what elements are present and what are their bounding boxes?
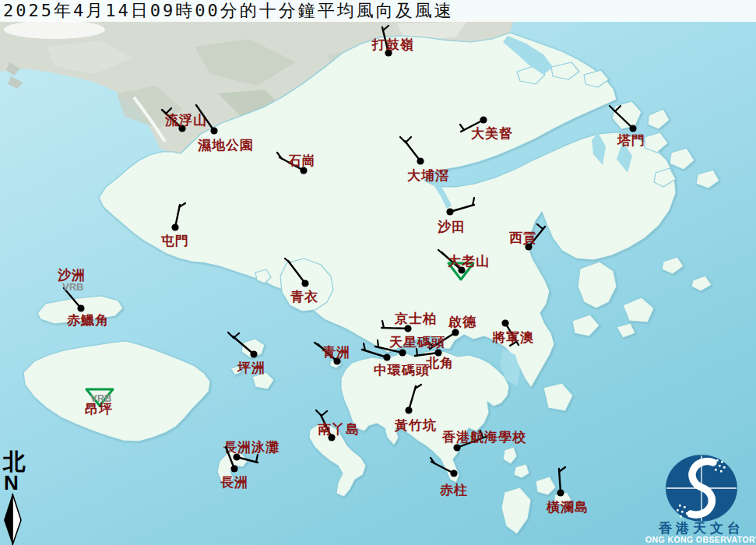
station-label: 大埔滘 xyxy=(407,168,449,183)
vrb-label: VRB xyxy=(62,281,83,293)
station-label: 長洲 xyxy=(220,475,248,490)
station-label: 沙洲 xyxy=(57,268,86,283)
wind-barb-feather xyxy=(417,349,417,356)
north-arrow: 北 N xyxy=(0,450,28,545)
station-label: 石崗 xyxy=(287,153,316,168)
station-label: 打鼓嶺 xyxy=(371,37,414,52)
wind-barb-feather xyxy=(256,455,258,462)
station-label: 西貢 xyxy=(508,230,537,245)
station-label: 香港航海學校 xyxy=(441,430,526,445)
station-label: 天星碼頭 xyxy=(389,335,445,350)
map-title: 2025年4月14日09時00分的十分鐘平均風向及風速 xyxy=(0,0,756,22)
station-label: 流浮山 xyxy=(164,113,207,128)
station-dot xyxy=(417,157,424,164)
station-ngong-ping: VRB昂坪 xyxy=(85,389,113,417)
station-label: 昂坪 xyxy=(85,402,113,417)
hko-logo: 香港天文台 HONG KONG OBSERVATORY xyxy=(645,452,756,545)
station-label: 大老山 xyxy=(448,254,490,269)
station-dot xyxy=(383,353,390,360)
station-dot xyxy=(77,304,84,311)
station-label: 北角 xyxy=(425,356,454,371)
hko-name-en: HONG KONG OBSERVATORY xyxy=(645,535,756,544)
station-label: 南丫島 xyxy=(318,422,360,437)
wind-barb-feather xyxy=(537,224,543,229)
station-dot xyxy=(452,329,459,336)
station-label: 青洲 xyxy=(322,345,350,360)
station-label: 黃竹坑 xyxy=(394,417,437,433)
station-dot xyxy=(405,406,412,413)
station-label: 啟德 xyxy=(448,315,476,329)
station-dot xyxy=(446,208,453,215)
station-dot xyxy=(250,350,257,357)
station-dot xyxy=(399,349,406,356)
station-label: 赤鱲角 xyxy=(66,313,109,328)
wind-barb-staff xyxy=(382,328,408,329)
station-label: 將軍澳 xyxy=(491,330,534,345)
station-label: 坪洲 xyxy=(237,360,265,375)
station-dot xyxy=(171,223,178,230)
station-label: 赤柱 xyxy=(439,483,468,498)
station-dot xyxy=(557,489,564,496)
station-dot xyxy=(453,444,460,451)
hko-name-zh: 香港天文台 xyxy=(658,521,744,536)
station-label: 濕地公園 xyxy=(197,138,254,153)
wind-barb-feather xyxy=(228,332,234,338)
station-label: 中環碼頭 xyxy=(374,363,430,378)
wind-barb-feather xyxy=(316,410,322,416)
north-label-en: N xyxy=(4,473,28,492)
station-dot xyxy=(480,116,487,123)
hong-kong-map: 流浮山濕地公園石崗打鼓嶺大美督塔門大埔滘沙田西貢大老山京士柏啟德將軍澳天星碼頭中… xyxy=(0,0,756,545)
station-dot xyxy=(501,319,508,326)
station-label: 大美督 xyxy=(471,125,513,141)
station-dot xyxy=(450,469,457,476)
north-arrow-glyph xyxy=(0,492,28,545)
station-dot xyxy=(301,280,308,287)
station-label: 長洲泳灘 xyxy=(223,440,280,455)
station-label: 青衣 xyxy=(290,290,318,304)
station-dot xyxy=(230,465,237,472)
station-label: 屯門 xyxy=(160,234,189,248)
station-dot xyxy=(210,127,217,134)
wind-barb-feather xyxy=(378,340,378,347)
station-label: 塔門 xyxy=(617,133,645,148)
north-label-zh: 北 xyxy=(3,450,28,473)
wind-barb-feather xyxy=(234,333,239,338)
wind-barb-feather xyxy=(322,411,327,416)
station-dot xyxy=(629,125,636,132)
station-sha-chau: VRB沙洲 xyxy=(57,268,86,293)
station-label: 橫瀾島 xyxy=(546,500,589,515)
wind-map: 流浮山濕地公園石崗打鼓嶺大美督塔門大埔滘沙田西貢大老山京士柏啟德將軍澳天星碼頭中… xyxy=(0,0,756,545)
station-label: 京士柏 xyxy=(394,311,437,326)
station-label: 沙田 xyxy=(437,220,466,234)
